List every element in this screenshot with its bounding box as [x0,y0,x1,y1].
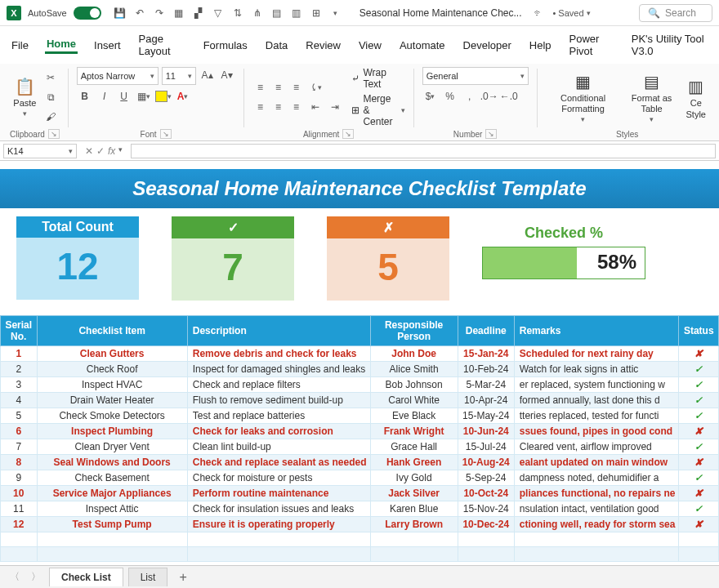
table-row[interactable]: 4Drain Water HeaterFlush to remove sedim… [1,393,719,408]
search-input[interactable]: 🔍 Search [639,4,712,22]
table-row[interactable]: 12Test Sump PumpEnsure it is operating p… [1,517,719,532]
cell-empty[interactable] [370,547,458,562]
underline-button[interactable]: U [116,88,132,105]
cell-serial[interactable]: 10 [1,486,38,501]
align-bottom-icon[interactable]: ≡ [288,79,304,96]
fill-color-button[interactable]: ▾ [155,88,172,105]
cell-serial[interactable]: 11 [1,501,38,517]
cell-remarks[interactable]: ssues found, pipes in good cond [514,424,679,439]
save-icon[interactable]: 💾 [113,6,127,20]
cell-status[interactable]: ✓ [679,501,719,517]
table-row[interactable]: 11Inspect AtticCheck for insulation issu… [1,501,719,517]
cell-remarks[interactable]: Cleared vent, airflow improved [514,439,679,455]
copy-icon[interactable]: ⧉ [42,89,59,105]
format-painter-icon[interactable]: 🖌 [42,109,59,125]
cell-deadline[interactable]: 10-Feb-24 [458,362,514,377]
cell-empty[interactable] [458,532,514,547]
enter-formula-icon[interactable]: ✓ [96,145,105,157]
increase-decimal-icon[interactable]: .0→ [481,88,498,105]
comma-icon[interactable]: , [462,88,478,105]
fx-icon[interactable]: fx [108,145,115,157]
alignment-dialog-launcher[interactable]: ↘ [342,129,354,139]
cell-status[interactable]: ✓ [679,439,719,455]
cell-description[interactable]: Check and replace filters [187,377,370,393]
merge-center-button[interactable]: Merge & Center [363,93,397,127]
menu-tab-data[interactable]: Data [264,38,289,53]
font-color-button[interactable]: A▾ [175,88,191,105]
cell-description[interactable]: Check for leaks and corrosion [187,424,370,439]
cell-description[interactable]: Inspect for damaged shingles and leaks [187,362,370,377]
cell-status[interactable]: ✓ [679,393,719,408]
menu-tab-view[interactable]: View [357,38,383,53]
link-icon[interactable]: ⋔ [250,6,265,20]
cell-item[interactable]: Check Smoke Detectors [37,408,187,424]
increase-font-icon[interactable]: A▴ [199,67,216,83]
cell-serial[interactable]: 2 [1,362,38,377]
cell-status[interactable]: ✘ [679,455,719,470]
table-header[interactable]: Responsible Person [370,316,458,346]
cell-description[interactable]: Ensure it is operating properly [187,517,370,532]
cell-description[interactable]: Perform routine maintenance [187,486,370,501]
align-right-icon[interactable]: ≡ [288,99,304,115]
menu-tab-file[interactable]: File [10,38,30,53]
cell-serial[interactable]: 5 [1,408,38,424]
cell-item[interactable]: Check Roof [37,362,187,377]
clipboard-dialog-launcher[interactable]: ↘ [48,129,60,139]
cell-deadline[interactable]: 10-Jun-24 [458,424,514,439]
italic-button[interactable]: I [96,88,113,105]
increase-indent-icon[interactable]: ⇥ [327,99,343,115]
cell-description[interactable]: Test and replace batteries [187,408,370,424]
table-row[interactable]: 3Inspect HVACCheck and replace filtersBo… [1,377,719,393]
cell-responsible[interactable]: Grace Hall [370,439,458,455]
table-row[interactable]: 10Service Major AppliancesPerform routin… [1,486,719,501]
cell-item[interactable]: Inspect Attic [37,501,187,517]
cell-description[interactable]: Check and replace sealant as needed [187,455,370,470]
table-header[interactable]: Description [187,316,370,346]
calc-icon[interactable]: ⊞ [309,6,324,20]
table-row-empty[interactable] [1,547,719,562]
table-row-empty[interactable] [1,532,719,547]
cell-serial[interactable]: 12 [1,517,38,532]
cell-styles-button[interactable]: ▥ Ce Style [683,74,709,122]
cell-item[interactable]: Check Basement [37,470,187,486]
grid-icon[interactable]: ▦ [172,6,186,20]
align-middle-icon[interactable]: ≡ [270,79,286,96]
cell-deadline[interactable]: 10-Dec-24 [458,517,514,532]
add-sheet-button[interactable]: + [172,570,193,585]
number-dialog-launcher[interactable]: ↘ [485,129,497,139]
menu-tab-automate[interactable]: Automate [398,38,447,53]
cut-icon[interactable]: ✂ [42,69,59,86]
table-row[interactable]: 7Clean Dryer VentClean lint build-upGrac… [1,439,719,455]
conditional-formatting-button[interactable]: ▦ Conditional Formatting▾ [545,74,620,122]
cell-item[interactable]: Clean Gutters [37,346,187,362]
cell-deadline[interactable]: 15-Jul-24 [458,439,514,455]
menu-tab-page-layout[interactable]: Page Layout [137,31,187,59]
number-format-select[interactable]: General▾ [422,67,529,85]
align-center-icon[interactable]: ≡ [270,99,286,115]
cell-serial[interactable]: 7 [1,439,38,455]
font-name-select[interactable]: Aptos Narrow▾ [77,67,159,85]
undo-icon[interactable]: ↶ [132,6,147,20]
cell-remarks[interactable]: ealant updated on main window [514,455,679,470]
menu-tab-insert[interactable]: Insert [92,38,123,53]
cell-serial[interactable]: 6 [1,424,38,439]
cell-responsible[interactable]: Alice Smith [370,362,458,377]
cell-empty[interactable] [514,547,679,562]
cell-responsible[interactable]: Hank Green [370,455,458,470]
cell-remarks[interactable]: er replaced, system functioning w [514,377,679,393]
cell-deadline[interactable]: 15-Nov-24 [458,501,514,517]
cell-status[interactable]: ✘ [679,346,719,362]
redo-icon[interactable]: ↷ [152,6,167,20]
cell-deadline[interactable]: 10-Apr-24 [458,393,514,408]
cell-remarks[interactable]: formed annually, last done this d [514,393,679,408]
cell-empty[interactable] [37,532,187,547]
menu-tab-power-pivot[interactable]: Power Pivot [568,31,615,59]
cell-empty[interactable] [37,547,187,562]
sort-icon[interactable]: ⇅ [230,6,245,20]
cell-item[interactable]: Service Major Appliances [37,486,187,501]
cell-deadline[interactable]: 15-May-24 [458,408,514,424]
menu-tab-pk-s-utility-tool-v3-0[interactable]: PK's Utility Tool V3.0 [630,31,709,59]
cell-description[interactable]: Clean lint build-up [187,439,370,455]
cell-item[interactable]: Drain Water Heater [37,393,187,408]
paste-button[interactable]: 📋 Paste ▾ [10,74,39,121]
